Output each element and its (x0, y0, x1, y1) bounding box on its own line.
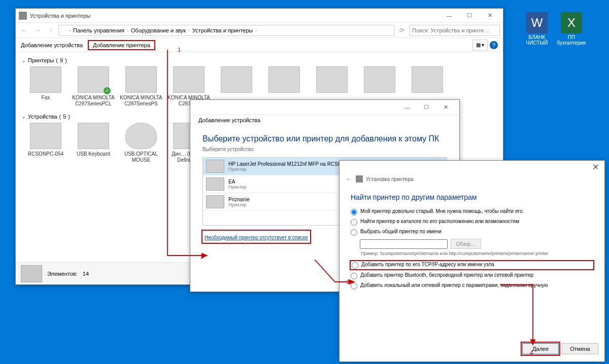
printer-icon (221, 66, 252, 93)
printer-icon (206, 177, 224, 191)
dialog-sub: Выберите устройство (202, 147, 447, 152)
desktop-icon-label: БЛАНК ЧИСТЫЙ (526, 34, 548, 46)
nav-back-button[interactable]: ← (19, 25, 30, 36)
printer-icon (125, 66, 157, 93)
minimize-button[interactable]: — (439, 10, 459, 22)
close-button[interactable]: ✕ (586, 161, 604, 173)
annotation-2: 2 (200, 253, 204, 260)
annotation-4: 4 (530, 350, 533, 356)
printer-icon (206, 195, 224, 208)
dialog-heading: Выберите устройство или принтер для доба… (202, 134, 447, 143)
printer-icon (356, 175, 363, 183)
chevron-down-icon: ⌄ (22, 58, 26, 63)
printer-icon (173, 66, 205, 93)
add-printer-button[interactable]: Добавление принтера (88, 40, 155, 50)
titlebar: Устройства и принтеры — ☐ ✕ (16, 9, 503, 23)
radio-tcpip[interactable]: Добавить принтер по его TCP/IP-адресу ил… (351, 261, 593, 269)
status-icon (21, 265, 42, 282)
device-item[interactable]: USB OPTICAL MOUSE (119, 123, 163, 163)
chevron-down-icon: ⌄ (22, 114, 26, 119)
help-button[interactable]: ? (490, 41, 498, 49)
check-icon: ✓ (104, 87, 111, 94)
add-device-button[interactable]: Добавление устройства (16, 40, 88, 50)
find-printer-dialog: ✕ ← Установка принтера Найти принтер по … (339, 160, 605, 362)
refresh-button[interactable]: ⟳ (396, 25, 408, 36)
minimize-button[interactable]: — (397, 101, 417, 114)
desktop-icon-label: ПП бухгалтерия (557, 34, 586, 46)
maximize-button[interactable]: ☐ (459, 10, 480, 22)
excel-icon: X (561, 12, 582, 33)
mouse-icon (125, 123, 157, 149)
keyboard-icon (78, 123, 109, 149)
printer-icon (206, 160, 224, 173)
printer-icon (412, 66, 443, 93)
device-item[interactable]: RCSONPC-054 (24, 123, 67, 163)
crumb-seg[interactable]: Устройства и принтеры (191, 27, 254, 33)
device-item[interactable]: Fax (24, 66, 67, 106)
close-button[interactable]: ✕ (480, 10, 500, 22)
radio-old-printer[interactable]: Мой принтер довольно старый. Мне нужна п… (351, 208, 593, 215)
crumb-title: Установка принтера (366, 176, 413, 182)
device-item[interactable]: KONICA MINOLTA C287SeriesPS (119, 66, 163, 106)
nav-fwd-button[interactable]: → (32, 25, 43, 36)
view-button[interactable]: ▦ ▾ (472, 40, 488, 51)
window-icon (19, 12, 27, 20)
breadcrumb[interactable]: › Панель управления› Оборудование и звук… (58, 25, 394, 36)
radio-shared[interactable]: Выбрать общий принтер по имени (351, 229, 593, 236)
printer-icon (268, 66, 300, 93)
fax-icon (30, 66, 61, 93)
annotation-1: 1 (178, 47, 181, 53)
device-item[interactable]: USB Keyboard (72, 123, 115, 163)
desktop-icon-word[interactable]: W БЛАНК ЧИСТЫЙ (522, 12, 552, 46)
address-bar: ← → ↑ › Панель управления› Оборудование … (16, 23, 503, 38)
printer-not-listed-link[interactable]: Необходимый принтер отсутствует в списке (202, 231, 310, 243)
radio-directory[interactable]: Найти принтер в каталоге по его располож… (351, 219, 593, 226)
browse-button[interactable]: Обзор… (451, 239, 481, 249)
group-header-printers[interactable]: ⌄ Принтеры (9) (22, 57, 497, 63)
status-count: 14 (83, 271, 89, 277)
maximize-button[interactable]: ☐ (417, 101, 436, 114)
cancel-button[interactable]: Отмена (562, 343, 598, 354)
path-icon (61, 27, 68, 34)
crumb-seg[interactable]: Оборудование и звук (129, 27, 187, 33)
shared-name-input[interactable] (360, 239, 448, 249)
printer-icon: ✓ (78, 66, 109, 93)
search-input[interactable] (410, 25, 500, 36)
window-title: Устройства и принтеры (30, 13, 90, 19)
example-text: Пример: \\computername\printername или h… (361, 251, 593, 257)
printer-icon (316, 66, 348, 93)
toolbar: Добавление устройства Добавление принтер… (16, 38, 503, 52)
dialog-heading: Найти принтер по другим параметрам (351, 193, 593, 201)
device-item[interactable]: ✓KONICA MINOLTA C287SeriesPCL (72, 66, 115, 106)
status-label: Элементов: (47, 271, 78, 277)
back-button[interactable]: ← (346, 175, 353, 183)
crumb-seg[interactable]: Панель управления (72, 27, 126, 33)
word-icon: W (526, 12, 548, 33)
nav-up-button[interactable]: ↑ (45, 25, 56, 36)
close-button[interactable]: ✕ (436, 101, 455, 114)
radio-local[interactable]: Добавить локальный или сетевой принтер с… (351, 282, 593, 289)
next-button[interactable]: Далее (522, 343, 559, 354)
radio-bluetooth[interactable]: Добавить принтер Bluetooth, беспроводной… (351, 272, 593, 279)
pc-icon (30, 123, 61, 149)
annotation-3: 3 (346, 279, 349, 285)
dialog-title: Добавление устройства (198, 117, 260, 123)
desktop-icon-excel[interactable]: X ПП бухгалтерия (556, 12, 587, 46)
printer-icon (364, 66, 395, 93)
